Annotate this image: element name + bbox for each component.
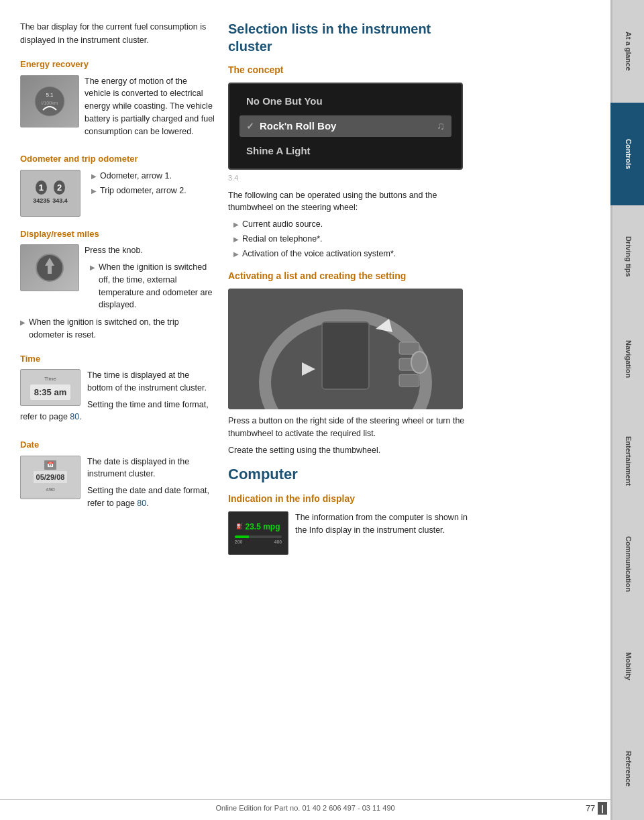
bullet-arrow: ▶ — [90, 262, 95, 272]
cluster-row-1: No One But You — [239, 91, 451, 112]
right-column: Selection lists in the instrument cluste… — [228, 20, 476, 800]
sidebar-item-reference[interactable]: Reference — [610, 717, 644, 820]
sidebar-item-entertainment[interactable]: Entertainment — [610, 410, 644, 513]
svg-text:l/100km: l/100km — [42, 101, 58, 105]
computer-section: Computer Indication in the info display … — [228, 465, 470, 560]
sidebar-item-at-a-glance[interactable]: At a glance — [610, 0, 644, 103]
energy-recovery-image: 5.1 l/100km — [20, 75, 79, 127]
bullet-concept-3: ▶ Activation of the voice activation sys… — [228, 248, 470, 260]
time-image: Time 8:35 am — [20, 369, 80, 406]
concept-heading: The concept — [228, 63, 470, 77]
date-page-ref[interactable]: 80 — [137, 499, 146, 508]
svg-rect-11 — [399, 374, 419, 387]
time-content: Time 8:35 am The time is displayed at th… — [20, 369, 215, 427]
checkmark-icon: ✓ — [246, 119, 254, 134]
sidebar-item-driving-tips[interactable]: Driving tips — [610, 205, 644, 308]
bullet-odometer-2: ▶ Trip odometer, arrow 2. — [86, 185, 215, 197]
cluster-indicator: 3.4 — [228, 172, 470, 184]
left-column: The bar display for the current fuel con… — [20, 20, 228, 800]
date-content: 📅 05/29/08 490 The date is displayed in … — [20, 456, 215, 514]
page-number-box: | — [598, 802, 607, 815]
bullet-display-2: ▶ When the ignition is switched on, the … — [20, 316, 215, 342]
bullet-arrow: ▶ — [233, 234, 239, 244]
sidebar-item-communication[interactable]: Communication — [610, 513, 644, 615]
sidebar: At a glance Controls Driving tips Naviga… — [610, 0, 644, 820]
indication-heading: Indication in the info display — [228, 492, 470, 506]
footer-text: Online Edition for Part no. 01 40 2 606 … — [215, 804, 394, 812]
odometer-heading: Odometer and trip odometer — [20, 152, 215, 166]
bullet-display-1: ▶ When the ignition is switched off, the… — [85, 261, 215, 311]
display-reset-heading: Display/reset miles — [20, 227, 215, 241]
bullet-arrow: ▶ — [20, 317, 25, 327]
odometer-section: Odometer and trip odometer 1 2 34235 343… — [20, 152, 215, 217]
display-reset-content: Press the knob. ▶ When the ignition is s… — [20, 244, 215, 313]
page-footer: Online Edition for Part no. 01 40 2 606 … — [0, 799, 610, 812]
bullet-arrow: ▶ — [91, 186, 97, 196]
energy-recovery-section: Energy recovery 5.1 l/100km The energy o… — [20, 58, 215, 142]
music-icon: ♫ — [437, 118, 445, 134]
main-heading: Selection lists in the instrument cluste… — [228, 20, 470, 55]
concept-bullets: ▶ Current audio source. ▶ Redial on tele… — [228, 218, 470, 260]
computer-heading: Computer — [228, 465, 470, 484]
time-page-ref[interactable]: 80 — [70, 412, 79, 421]
bullet-arrow: ▶ — [233, 219, 239, 229]
display-reset-section: Display/reset miles Press the knob. ▶ — [20, 227, 215, 342]
time-label-img: Time — [44, 375, 56, 383]
cluster-row-3-text: Shine A Light — [246, 144, 311, 159]
bullet-arrow: ▶ — [233, 249, 239, 259]
date-value-display: 05/29/08 — [34, 471, 68, 484]
date-section: Date 📅 05/29/08 490 The date is displaye… — [20, 438, 215, 514]
svg-rect-8 — [322, 322, 369, 389]
cluster-row-3: Shine A Light — [239, 141, 451, 162]
time-heading: Time — [20, 352, 215, 366]
display-reset-image — [20, 244, 79, 291]
time-value-display: 8:35 am — [30, 385, 70, 401]
sidebar-item-controls[interactable]: Controls — [610, 103, 644, 205]
info-display-image: ⛽ 23.5 mpg 200400 — [228, 511, 288, 555]
activating-heading: Activating a list and creating the setti… — [228, 269, 470, 283]
page-number: 77 — [586, 803, 595, 813]
sidebar-item-mobility[interactable]: Mobility — [610, 615, 644, 718]
page-number-area: 77 | — [586, 802, 607, 815]
concept-section: The concept No One But You ✓ Rock'n Roll… — [228, 63, 470, 260]
cluster-row-2: ✓ Rock'n Roll Boy ♫ — [239, 115, 451, 137]
svg-point-12 — [411, 352, 427, 373]
energy-recovery-content: 5.1 l/100km The energy of motion of the … — [20, 75, 215, 142]
intro-text: The bar display for the current fuel con… — [20, 20, 215, 47]
activating-section: Activating a list and creating the setti… — [228, 269, 470, 456]
sidebar-item-navigation[interactable]: Navigation — [610, 307, 644, 410]
date-image: 📅 05/29/08 490 — [20, 456, 80, 499]
cluster-row-2-text: Rock'n Roll Boy — [260, 119, 336, 134]
bullet-concept-2: ▶ Redial on telephone*. — [228, 233, 470, 246]
svg-rect-5 — [48, 266, 52, 274]
cluster-row-1-text: No One But You — [246, 94, 323, 109]
time-section: Time Time 8:35 am The time is displayed … — [20, 352, 215, 428]
energy-recovery-heading: Energy recovery — [20, 58, 215, 71]
bullet-odometer-1: ▶ Odometer, arrow 1. — [86, 170, 215, 183]
odometer-image: 1 2 34235 343.4 — [20, 170, 80, 217]
svg-text:5.1: 5.1 — [46, 92, 54, 98]
date-heading: Date — [20, 438, 215, 452]
odometer-content: 1 2 34235 343.4 ▶ Odometer, arrow 1. — [20, 170, 215, 217]
indication-content: ⛽ 23.5 mpg 200400 The information from t… — [228, 511, 470, 559]
steering-wheel-image — [228, 289, 463, 409]
bullet-arrow: ▶ — [91, 171, 97, 181]
cluster-display: No One But You ✓ Rock'n Roll Boy ♫ Shine… — [228, 83, 463, 170]
bullet-concept-1: ▶ Current audio source. — [228, 218, 470, 231]
